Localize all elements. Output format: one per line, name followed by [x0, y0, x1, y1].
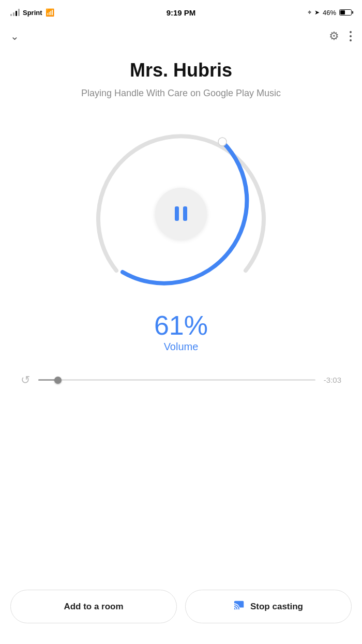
add-to-room-button[interactable]: Add to a room	[10, 590, 177, 623]
status-right: ⌖ ➤ 46%	[308, 8, 352, 17]
navigation-icon: ➤	[314, 9, 320, 16]
pause-icon	[175, 206, 187, 221]
now-playing-subtitle: Playing Handle With Care on Google Play …	[21, 87, 341, 100]
stop-casting-button[interactable]: Stop casting	[185, 590, 352, 623]
volume-label: Volume	[154, 341, 208, 353]
cast-icon	[234, 600, 245, 613]
nav-right-buttons: ⚙	[329, 29, 352, 43]
carrier-label: Sprint	[23, 9, 42, 17]
volume-percent: 61%	[154, 312, 208, 339]
progress-section: ↺ -3:03	[0, 358, 362, 392]
settings-button[interactable]: ⚙	[329, 29, 339, 43]
device-name: Mrs. Hubris	[21, 60, 341, 81]
battery-icon	[339, 9, 352, 16]
signal-icon	[10, 9, 20, 16]
collapse-button[interactable]: ⌄	[10, 30, 19, 42]
volume-dial[interactable]	[88, 121, 274, 307]
time-remaining: -3:03	[324, 376, 341, 384]
more-options-button[interactable]	[350, 31, 352, 41]
progress-thumb	[54, 377, 62, 384]
top-nav: ⌄ ⚙	[0, 23, 362, 50]
status-left: Sprint 📶	[10, 8, 54, 17]
replay-icon[interactable]: ↺	[21, 373, 30, 387]
status-bar: Sprint 📶 9:19 PM ⌖ ➤ 46%	[0, 0, 362, 23]
dial-section: 61% Volume	[0, 105, 362, 358]
location-icon: ⌖	[308, 8, 311, 17]
time-display: 9:19 PM	[167, 8, 196, 17]
battery-percent: 46%	[323, 9, 336, 17]
progress-bar[interactable]	[38, 375, 315, 385]
pause-button[interactable]	[155, 188, 207, 239]
bottom-buttons: Add to a room Stop casting	[0, 579, 362, 644]
wifi-icon: 📶	[46, 8, 54, 17]
stop-casting-label: Stop casting	[250, 602, 303, 612]
volume-display: 61% Volume	[154, 312, 208, 353]
title-section: Mrs. Hubris Playing Handle With Care on …	[0, 50, 362, 105]
progress-track	[38, 379, 315, 381]
dial-thumb	[218, 138, 227, 146]
